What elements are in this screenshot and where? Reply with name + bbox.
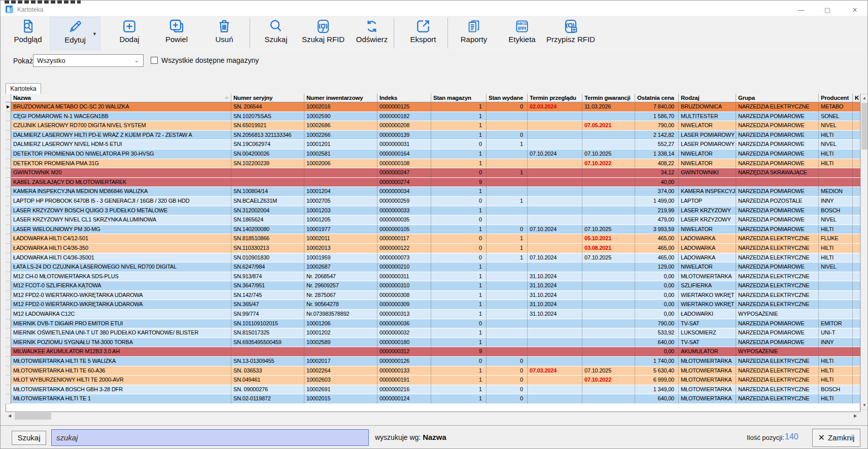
column-header-label: Termin gwarancji bbox=[584, 95, 631, 101]
column-header-grupa[interactable]: Grupa bbox=[736, 94, 819, 102]
edit-button[interactable]: Edytuj ▼ bbox=[50, 17, 100, 50]
cell-wyd bbox=[487, 291, 528, 301]
delete-icon bbox=[216, 18, 232, 34]
preview-button[interactable]: Podgląd bbox=[7, 17, 49, 50]
scroll-right-icon[interactable]: ▶ bbox=[851, 412, 859, 420]
assign-rfid-button[interactable]: Przypisz RFID bbox=[544, 17, 597, 50]
table-row[interactable]: M12 ŁADOWARKA C12CSN.99/774Nr.0739835788… bbox=[6, 310, 860, 319]
reports-button[interactable]: Raporty bbox=[453, 17, 495, 50]
show-filter-select[interactable]: Wszystko ⌄ bbox=[33, 54, 144, 67]
table-row[interactable]: M12 FCOT-0 SZLIFIERKA KĄTOWASN.3647/951N… bbox=[6, 281, 860, 291]
search-input[interactable] bbox=[51, 429, 369, 446]
scroll-up-icon[interactable]: ▲ bbox=[861, 94, 868, 102]
delete-button[interactable]: Usuń bbox=[203, 17, 246, 50]
table-row[interactable]: LASER KRZYZOWY NIVEL CL1 SKRZYNKA ALUMIN… bbox=[6, 215, 860, 225]
column-header-mag[interactable]: Stan magazyn bbox=[431, 94, 487, 102]
column-header-rodzaj[interactable]: Rodzaj bbox=[679, 94, 736, 102]
button-label: Podgląd bbox=[14, 35, 42, 44]
table-row[interactable]: ▶BRUZDOWNICA METABO DC-SC 20 WALIZKASN. … bbox=[6, 102, 860, 112]
column-header-idx[interactable]: Indeks bbox=[377, 94, 431, 102]
table-row[interactable]: ŁATA LS-24 DO CZUJNIKA LASEROWEGO NIVEL … bbox=[6, 263, 860, 272]
cell-mag: 1 bbox=[431, 206, 487, 216]
sort-indicator-icon bbox=[225, 96, 229, 99]
table-row[interactable]: GWINTOWNIK M2000000002470134,12GWINTOWNI… bbox=[6, 168, 860, 178]
row-selector bbox=[6, 234, 11, 244]
tab-kartoteka[interactable]: Kartoteka bbox=[6, 83, 41, 94]
column-header-k[interactable]: K bbox=[853, 94, 860, 102]
table-row[interactable]: MIERNIK DVB-T DIGAIR PRO EMITOR ETUISN.1… bbox=[6, 319, 860, 329]
duplicate-button[interactable]: Powiel bbox=[155, 17, 198, 50]
table-row[interactable]: MILWAUKEE AKUMULATOR M12B3 3.0 AH0000000… bbox=[6, 347, 860, 357]
table-row[interactable]: MIERNIK POZIOMU SYGNAŁU TM-3000 TORBASN.… bbox=[6, 338, 860, 348]
cell-producent: NIVEL bbox=[819, 215, 853, 225]
column-header-name[interactable]: Nazwa bbox=[11, 94, 231, 102]
close-x-icon: ✕ bbox=[818, 433, 825, 442]
column-header-sel[interactable] bbox=[6, 94, 11, 102]
cell-przeglad bbox=[528, 394, 582, 404]
cell-name: MŁOTOWIERTARKA BOSCH GBH 3-28 DFR bbox=[11, 385, 231, 395]
table-row[interactable]: ŁADOWARKA HILTI C4/36-350SN.110330213100… bbox=[6, 244, 860, 253]
table-row[interactable]: LASER WIELOLINIOWY PM 30-MGSN.1402000801… bbox=[6, 225, 860, 235]
maximize-button[interactable]: ▢ bbox=[819, 5, 836, 15]
export-button[interactable]: Eksport bbox=[402, 17, 444, 50]
cell-gwarancja bbox=[582, 310, 635, 319]
column-header-inv[interactable]: Numer inwentarzowy bbox=[304, 94, 377, 102]
vertical-scrollbar[interactable]: ▲ ▼ bbox=[860, 94, 868, 410]
table-row[interactable]: MŁOT WYBURZENIOWY HILTI TE 2000-AVRSN.04… bbox=[6, 376, 860, 385]
table-row[interactable]: MŁOTOWIERTARKA HILTI TE 5 WALIZKASN.13-0… bbox=[6, 357, 860, 366]
horizontal-scroll-thumb[interactable] bbox=[15, 413, 51, 420]
column-header-producent[interactable]: Producent bbox=[819, 94, 853, 102]
table-row[interactable]: LAPTOP HP PROBOOK 6470B I5 - 3 GENERACJI… bbox=[6, 197, 860, 206]
table-row[interactable]: M12 FPD2-0 WIERTARKO-WKRĘTARKA UDAROWASN… bbox=[6, 300, 860, 310]
table-row[interactable]: ŁADOWARKA HILTI C4/12-501SN.818510866100… bbox=[6, 234, 860, 244]
search-button[interactable]: Szukaj bbox=[255, 17, 297, 50]
footer-search-button[interactable]: Szukaj bbox=[12, 431, 46, 445]
scroll-down-icon[interactable]: ▼ bbox=[861, 401, 868, 409]
row-selector bbox=[6, 366, 11, 376]
column-header-przeglad[interactable]: Termin przeglądu bbox=[528, 94, 582, 102]
table-row[interactable]: M12 CH-0 MŁOTOWIERTARKA SDS-PLUSSN.913/8… bbox=[6, 272, 860, 282]
close-window-button[interactable]: ✕ bbox=[846, 5, 863, 15]
table-row[interactable]: MŁOTOWIERTARKA HILTI TE 60-A36SN. 036533… bbox=[6, 366, 860, 376]
label-button[interactable]: ABCD Etykieta bbox=[501, 17, 543, 50]
column-header-gwarancja[interactable]: Termin gwarancji bbox=[582, 94, 635, 102]
table-row[interactable]: MŁOTOWIERTARKA BOSCH GBH 3-28 DFRSN. 090… bbox=[6, 385, 860, 395]
horizontal-scrollbar[interactable]: ◀ ▶ bbox=[6, 412, 860, 421]
rfid-search-icon bbox=[315, 18, 331, 34]
cell-gwarancja: 07.10.2025 bbox=[582, 253, 635, 263]
close-button[interactable]: ✕Zamknij bbox=[812, 429, 860, 447]
table-row[interactable]: LASER KRZYZOWY BOSCH QUIGO 3 PUDEŁKO MET… bbox=[6, 206, 860, 216]
search-by-label: wyszukuje wg: Nazwa bbox=[375, 433, 446, 441]
table-row[interactable]: DETEKTOR PROMIENIA PMA 31GSN.10220023910… bbox=[6, 159, 860, 169]
cell-idx: 0000000124 bbox=[377, 394, 431, 404]
table-row[interactable]: DALMIERZ LASEROWY HILTI PD-E WRAZ Z KIJE… bbox=[6, 131, 860, 140]
search-rfid-button[interactable]: Szukaj RFID bbox=[300, 17, 346, 50]
cell-mag: 0 bbox=[431, 140, 487, 149]
column-header-wyd[interactable]: Stan wydane bbox=[487, 94, 528, 102]
cell-przeglad bbox=[528, 357, 582, 366]
cell-cena: 0,00 bbox=[635, 310, 679, 319]
table-row[interactable]: CZUJNIK LASEROWY RD700 DIGITA NIVEL SYST… bbox=[6, 121, 860, 131]
column-header-cena[interactable]: Ostatnia cena bbox=[635, 94, 679, 102]
cell-gwarancja: 07.10.2022 bbox=[582, 159, 635, 169]
cell-grupa: NARZEDZIA POMIAROWE bbox=[736, 338, 819, 348]
table-row[interactable]: DALMIERZ LASEROWY NIVEL HDM-5 ETUISN.19C… bbox=[6, 140, 860, 149]
table-row[interactable]: ŁADOWARKA HILTI C4/36-35001SN.0109018301… bbox=[6, 253, 860, 263]
table-row[interactable]: KAMERA INSPEKCYJNA MEDION MD86846 WALIZK… bbox=[6, 187, 860, 197]
refresh-button[interactable]: Odświerz bbox=[351, 17, 393, 50]
cell-rodzaj: MŁOTOWIERTARKA bbox=[679, 376, 736, 385]
toolbar-separator bbox=[394, 18, 394, 48]
table-row[interactable]: MŁOTOWIERTARKA HILTI TE 1SN.02-011987210… bbox=[6, 394, 860, 404]
table-row[interactable]: KABEL ZASILAJĄCY DO MŁOTOWIERTAREK000000… bbox=[6, 178, 860, 188]
table-row[interactable]: MIERNIK OŚWIETLENIA UNI-T UT 380 PUDEŁKO… bbox=[6, 328, 860, 338]
edit-dropdown-arrow-icon[interactable]: ▼ bbox=[92, 31, 97, 36]
column-header-serial[interactable]: Numer seryjny bbox=[231, 94, 304, 102]
vertical-scroll-thumb[interactable] bbox=[861, 103, 867, 149]
minimize-button[interactable]: — bbox=[792, 5, 810, 15]
table-row[interactable]: M12 FPD2-0 WIERTARKO-WKRĘTARKA UDAROWASN… bbox=[6, 291, 860, 301]
table-row[interactable]: DETEKTOR PROMIENIA DO NIWELATORA PR 30-H… bbox=[6, 149, 860, 159]
table-row[interactable]: CĘGI POMIAROWE N-1 WACEGN1BBSN.102075SAS… bbox=[6, 112, 860, 122]
all-warehouses-checkbox[interactable] bbox=[151, 57, 158, 64]
scroll-left-icon[interactable]: ◀ bbox=[6, 412, 14, 420]
add-button[interactable]: Dodaj bbox=[108, 17, 151, 50]
